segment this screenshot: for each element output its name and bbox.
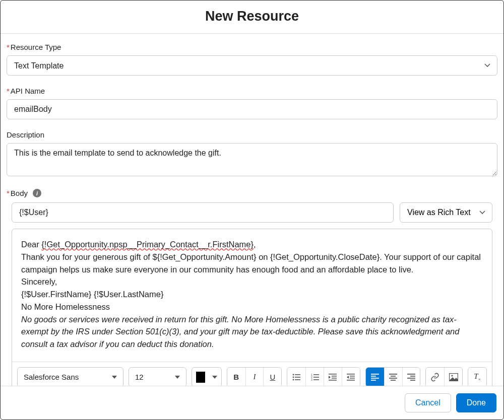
svg-rect-20 (371, 374, 379, 375)
done-button[interactable]: Done (456, 393, 496, 412)
body-field: *Body i View as Rich Text Dear {!Get_Opp… (7, 189, 497, 386)
modal-body: *Resource Type Text Template *API Name D… (1, 34, 503, 386)
svg-rect-25 (391, 376, 396, 377)
info-icon[interactable]: i (33, 189, 41, 197)
svg-rect-17 (350, 376, 355, 377)
svg-rect-19 (347, 380, 355, 381)
svg-rect-3 (295, 377, 300, 378)
image-button[interactable] (444, 368, 462, 386)
required-marker: * (7, 189, 10, 197)
merge-field-input[interactable] (12, 202, 394, 223)
body-label: *Body (7, 189, 28, 197)
color-swatch-icon (196, 372, 205, 383)
svg-rect-30 (407, 378, 415, 379)
font-color-select[interactable] (192, 367, 222, 386)
font-family-select[interactable]: Salesforce Sans (17, 367, 123, 386)
required-marker: * (7, 43, 10, 51)
svg-rect-11 (313, 379, 319, 380)
editor-content[interactable]: Dear {!Get_Opportunity.npsp__Primary_Con… (12, 229, 492, 362)
svg-rect-22 (371, 378, 379, 379)
italic-button[interactable]: I (245, 368, 264, 386)
svg-rect-26 (389, 378, 397, 379)
chevron-down-icon (212, 376, 217, 379)
chevron-down-icon (175, 376, 180, 379)
svg-rect-7 (313, 374, 319, 375)
svg-rect-21 (371, 376, 376, 377)
text-style-group: B I U (227, 367, 282, 386)
modal-title: New Resource (1, 9, 503, 24)
indent-button[interactable] (324, 368, 342, 386)
svg-text:3: 3 (311, 378, 312, 381)
svg-rect-15 (329, 380, 337, 381)
list-group: 123 (287, 367, 360, 386)
new-resource-modal: New Resource *Resource Type Text Templat… (0, 0, 504, 420)
underline-button[interactable]: U (263, 368, 281, 386)
bullet-list-button[interactable] (287, 368, 305, 386)
svg-rect-23 (371, 380, 376, 381)
svg-point-2 (293, 376, 294, 378)
svg-rect-14 (332, 378, 337, 379)
description-label: Description (7, 130, 497, 139)
svg-rect-24 (389, 374, 397, 375)
link-button[interactable] (426, 368, 444, 386)
svg-rect-31 (410, 380, 415, 381)
modal-header: New Resource (1, 1, 503, 34)
svg-rect-28 (407, 374, 415, 375)
api-name-label: *API Name (7, 87, 497, 95)
svg-rect-27 (391, 380, 396, 381)
svg-rect-9 (313, 377, 319, 378)
description-input[interactable]: This is the email template to send to ac… (7, 143, 497, 176)
align-center-button[interactable] (384, 368, 402, 386)
svg-rect-13 (332, 376, 337, 377)
bold-button[interactable]: B (227, 368, 245, 386)
cancel-button[interactable]: Cancel (405, 393, 451, 412)
svg-rect-18 (350, 378, 355, 379)
required-marker: * (7, 87, 10, 95)
svg-rect-5 (295, 379, 300, 380)
resource-type-select-wrap[interactable]: Text Template (7, 55, 497, 76)
resource-type-field: *Resource Type Text Template (7, 43, 497, 76)
view-mode-button[interactable]: View as Rich Text (400, 202, 492, 223)
numbered-list-button[interactable]: 123 (305, 368, 324, 386)
chevron-down-icon (112, 376, 117, 379)
outdent-button[interactable] (342, 368, 360, 386)
clear-format-button[interactable]: T× (468, 368, 486, 386)
svg-point-33 (451, 375, 453, 376)
svg-rect-16 (347, 374, 355, 375)
rich-text-editor: Dear {!Get_Opportunity.npsp__Primary_Con… (12, 229, 492, 386)
resource-type-select[interactable]: Text Template (7, 55, 497, 76)
view-mode-dropdown[interactable]: View as Rich Text (400, 202, 492, 223)
svg-point-4 (293, 379, 294, 380)
description-field: Description This is the email template t… (7, 130, 497, 178)
svg-rect-29 (410, 376, 415, 377)
modal-footer: Cancel Done (1, 386, 503, 419)
svg-point-0 (293, 374, 294, 375)
editor-toolbar: Salesforce Sans 12 B I U (12, 362, 492, 386)
resource-type-label: *Resource Type (7, 43, 497, 51)
align-left-button[interactable] (366, 368, 384, 386)
api-name-input[interactable] (7, 99, 497, 119)
align-group (365, 367, 421, 386)
clear-format-group: T× (468, 367, 487, 386)
align-right-button[interactable] (402, 368, 420, 386)
insert-group (425, 367, 463, 386)
api-name-field: *API Name (7, 87, 497, 119)
font-size-select[interactable]: 12 (129, 367, 186, 386)
svg-rect-1 (295, 374, 300, 375)
svg-rect-12 (329, 374, 337, 375)
